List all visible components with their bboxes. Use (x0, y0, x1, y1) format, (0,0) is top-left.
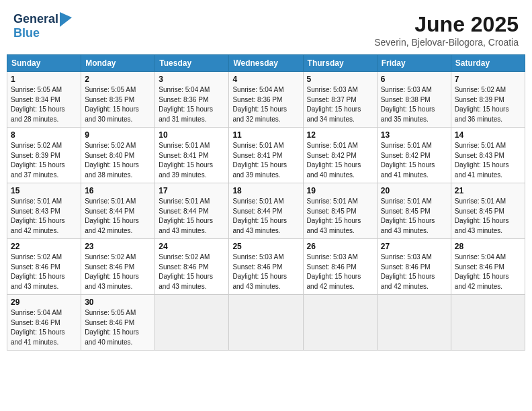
day-info: Sunrise: 5:03 AM Sunset: 8:38 PM Dayligh… (381, 85, 447, 124)
svg-marker-0 (60, 12, 72, 27)
day-info: Sunrise: 5:01 AM Sunset: 8:41 PM Dayligh… (232, 141, 299, 180)
day-info: Sunrise: 5:01 AM Sunset: 8:42 PM Dayligh… (381, 141, 447, 180)
calendar-cell: 14 Sunrise: 5:01 AM Sunset: 8:43 PM Dayl… (451, 128, 525, 183)
calendar-cell: 8 Sunrise: 5:02 AM Sunset: 8:39 PM Dayli… (7, 128, 81, 183)
location-subtitle: Severin, Bjelovar-Bilogora, Croatia (374, 37, 519, 48)
day-number: 28 (455, 242, 521, 251)
calendar-cell: 12 Sunrise: 5:01 AM Sunset: 8:42 PM Dayl… (303, 128, 377, 183)
day-info: Sunrise: 5:02 AM Sunset: 8:39 PM Dayligh… (455, 85, 521, 124)
day-info: Sunrise: 5:01 AM Sunset: 8:43 PM Dayligh… (11, 197, 77, 236)
col-thursday: Thursday (303, 55, 377, 72)
calendar-week-row: 1 Sunrise: 5:05 AM Sunset: 8:34 PM Dayli… (7, 72, 525, 128)
day-info: Sunrise: 5:02 AM Sunset: 8:46 PM Dayligh… (159, 253, 225, 291)
day-number: 23 (85, 242, 151, 251)
day-number: 16 (85, 186, 151, 195)
calendar-cell (377, 295, 451, 351)
day-info: Sunrise: 5:03 AM Sunset: 8:46 PM Dayligh… (307, 253, 373, 291)
calendar-cell: 10 Sunrise: 5:01 AM Sunset: 8:41 PM Dayl… (155, 128, 229, 183)
calendar-week-row: 8 Sunrise: 5:02 AM Sunset: 8:39 PM Dayli… (7, 128, 525, 183)
day-info: Sunrise: 5:02 AM Sunset: 8:39 PM Dayligh… (11, 141, 77, 180)
month-title: June 2025 (374, 12, 519, 37)
day-number: 4 (232, 75, 299, 84)
day-info: Sunrise: 5:03 AM Sunset: 8:46 PM Dayligh… (232, 253, 299, 291)
day-number: 3 (159, 75, 225, 84)
calendar-cell: 30 Sunrise: 5:05 AM Sunset: 8:46 PM Dayl… (81, 295, 155, 351)
day-number: 21 (455, 186, 521, 195)
calendar-cell: 23 Sunrise: 5:02 AM Sunset: 8:46 PM Dayl… (81, 239, 155, 295)
calendar-week-row: 15 Sunrise: 5:01 AM Sunset: 8:43 PM Dayl… (7, 183, 525, 239)
day-number: 8 (11, 130, 77, 140)
day-number: 27 (381, 242, 447, 251)
day-info: Sunrise: 5:01 AM Sunset: 8:44 PM Dayligh… (159, 197, 225, 236)
day-number: 19 (307, 186, 373, 195)
day-number: 11 (232, 130, 299, 140)
day-info: Sunrise: 5:02 AM Sunset: 8:46 PM Dayligh… (11, 253, 77, 291)
day-info: Sunrise: 5:04 AM Sunset: 8:46 PM Dayligh… (455, 253, 521, 291)
day-info: Sunrise: 5:03 AM Sunset: 8:46 PM Dayligh… (381, 253, 447, 291)
day-number: 24 (159, 242, 225, 251)
col-saturday: Saturday (451, 55, 525, 72)
calendar-cell (155, 295, 229, 351)
day-number: 7 (455, 75, 521, 84)
day-number: 6 (381, 75, 447, 84)
day-info: Sunrise: 5:03 AM Sunset: 8:37 PM Dayligh… (307, 85, 373, 124)
calendar-cell: 17 Sunrise: 5:01 AM Sunset: 8:44 PM Dayl… (155, 183, 229, 239)
calendar-cell: 21 Sunrise: 5:01 AM Sunset: 8:45 PM Dayl… (451, 183, 525, 239)
col-friday: Friday (377, 55, 451, 72)
calendar-cell: 22 Sunrise: 5:02 AM Sunset: 8:46 PM Dayl… (7, 239, 81, 295)
day-number: 30 (85, 298, 151, 307)
day-info: Sunrise: 5:04 AM Sunset: 8:46 PM Dayligh… (11, 308, 77, 347)
day-info: Sunrise: 5:01 AM Sunset: 8:41 PM Dayligh… (159, 141, 225, 180)
calendar-cell (451, 295, 525, 351)
day-number: 26 (307, 242, 373, 251)
calendar-cell: 13 Sunrise: 5:01 AM Sunset: 8:42 PM Dayl… (377, 128, 451, 183)
day-info: Sunrise: 5:01 AM Sunset: 8:42 PM Dayligh… (307, 141, 373, 180)
calendar-cell (229, 295, 303, 351)
day-number: 22 (11, 242, 77, 251)
calendar-cell: 16 Sunrise: 5:01 AM Sunset: 8:44 PM Dayl… (81, 183, 155, 239)
day-info: Sunrise: 5:01 AM Sunset: 8:45 PM Dayligh… (307, 197, 373, 236)
day-number: 12 (307, 130, 373, 140)
calendar-cell: 6 Sunrise: 5:03 AM Sunset: 8:38 PM Dayli… (377, 72, 451, 128)
calendar-cell: 11 Sunrise: 5:01 AM Sunset: 8:41 PM Dayl… (229, 128, 303, 183)
day-info: Sunrise: 5:01 AM Sunset: 8:43 PM Dayligh… (455, 141, 521, 180)
day-number: 18 (232, 186, 299, 195)
day-info: Sunrise: 5:01 AM Sunset: 8:45 PM Dayligh… (455, 197, 521, 236)
logo-icon (60, 12, 72, 27)
day-info: Sunrise: 5:05 AM Sunset: 8:46 PM Dayligh… (85, 308, 151, 347)
calendar-cell: 20 Sunrise: 5:01 AM Sunset: 8:45 PM Dayl… (377, 183, 451, 239)
calendar-cell: 28 Sunrise: 5:04 AM Sunset: 8:46 PM Dayl… (451, 239, 525, 295)
calendar-cell: 9 Sunrise: 5:02 AM Sunset: 8:40 PM Dayli… (81, 128, 155, 183)
logo-text-general: General (13, 13, 58, 26)
calendar-table: Sunday Monday Tuesday Wednesday Thursday… (7, 54, 525, 351)
calendar-cell: 3 Sunrise: 5:04 AM Sunset: 8:36 PM Dayli… (155, 72, 229, 128)
day-info: Sunrise: 5:01 AM Sunset: 8:45 PM Dayligh… (381, 197, 447, 236)
day-info: Sunrise: 5:01 AM Sunset: 8:44 PM Dayligh… (232, 197, 299, 236)
calendar-cell: 19 Sunrise: 5:01 AM Sunset: 8:45 PM Dayl… (303, 183, 377, 239)
day-number: 25 (232, 242, 299, 251)
day-number: 2 (85, 75, 151, 84)
logo: General Blue (13, 12, 72, 40)
calendar-cell: 26 Sunrise: 5:03 AM Sunset: 8:46 PM Dayl… (303, 239, 377, 295)
day-info: Sunrise: 5:01 AM Sunset: 8:44 PM Dayligh… (85, 197, 151, 236)
calendar-cell: 2 Sunrise: 5:05 AM Sunset: 8:35 PM Dayli… (81, 72, 155, 128)
calendar-cell (303, 295, 377, 351)
day-info: Sunrise: 5:02 AM Sunset: 8:40 PM Dayligh… (85, 141, 151, 180)
calendar-cell: 27 Sunrise: 5:03 AM Sunset: 8:46 PM Dayl… (377, 239, 451, 295)
page-header: General Blue June 2025 Severin, Bjelovar… (7, 7, 525, 50)
day-number: 5 (307, 75, 373, 84)
day-info: Sunrise: 5:04 AM Sunset: 8:36 PM Dayligh… (232, 85, 299, 124)
logo-text-blue: Blue (13, 27, 40, 40)
calendar-cell: 7 Sunrise: 5:02 AM Sunset: 8:39 PM Dayli… (451, 72, 525, 128)
day-number: 20 (381, 186, 447, 195)
day-number: 13 (381, 130, 447, 140)
col-monday: Monday (81, 55, 155, 72)
calendar-cell: 5 Sunrise: 5:03 AM Sunset: 8:37 PM Dayli… (303, 72, 377, 128)
day-info: Sunrise: 5:05 AM Sunset: 8:34 PM Dayligh… (11, 85, 77, 124)
title-section: June 2025 Severin, Bjelovar-Bilogora, Cr… (374, 12, 519, 48)
day-number: 1 (11, 75, 77, 84)
day-number: 29 (11, 298, 77, 307)
day-info: Sunrise: 5:04 AM Sunset: 8:36 PM Dayligh… (159, 85, 225, 124)
calendar-week-row: 22 Sunrise: 5:02 AM Sunset: 8:46 PM Dayl… (7, 239, 525, 295)
calendar-week-row: 29 Sunrise: 5:04 AM Sunset: 8:46 PM Dayl… (7, 295, 525, 351)
